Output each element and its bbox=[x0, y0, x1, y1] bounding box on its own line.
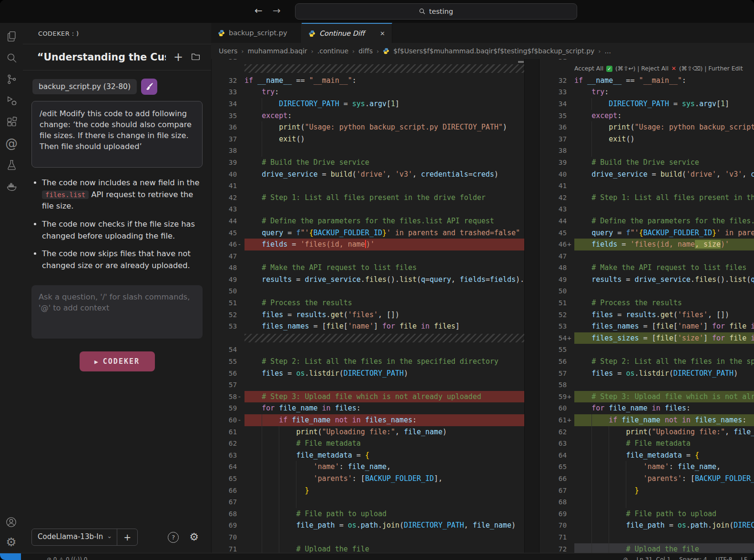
code-line[interactable]: 70 bbox=[212, 531, 525, 543]
continue-at-icon[interactable]: @ bbox=[5, 137, 18, 150]
code-line[interactable]: 65 'parents': [BACKUP_FOLDER_ID], bbox=[212, 473, 525, 485]
code-line[interactable]: 39 # Build the Drive service bbox=[212, 157, 525, 169]
code-line[interactable]: 51 # Process the results bbox=[539, 297, 754, 309]
history-folder-button[interactable] bbox=[191, 51, 201, 63]
status-item[interactable]: ⊘ bbox=[623, 554, 628, 560]
code-line[interactable]: 34 DIRECTORY_PATH = sys.argv[1] bbox=[539, 98, 754, 110]
code-line[interactable]: 56 # Step 2: List all the files in the s… bbox=[539, 356, 754, 368]
code-line[interactable]: 34 DIRECTORY_PATH = sys.argv[1] bbox=[212, 98, 525, 110]
code-line[interactable]: 60- if file_name not in files_names: bbox=[212, 414, 525, 426]
code-line[interactable]: 42 # Step 1: List all files present in t… bbox=[539, 192, 754, 204]
code-line[interactable]: 66 } bbox=[212, 485, 525, 497]
code-line[interactable]: 55 bbox=[539, 344, 754, 356]
code-line[interactable]: 41 bbox=[212, 180, 525, 192]
code-line[interactable]: 31 bbox=[539, 59, 754, 63]
code-line[interactable]: 59+ # Step 3: Upload file which is not a… bbox=[539, 391, 754, 403]
code-line[interactable]: 65 'name': file_name, bbox=[539, 461, 754, 473]
code-line[interactable]: 64 'name': file_name, bbox=[212, 461, 525, 473]
breadcrumb[interactable]: Users›muhammad.baqir›.continue›diffs›$f$… bbox=[211, 43, 754, 59]
code-line[interactable]: 48 # Make the API request to list files bbox=[212, 262, 525, 274]
remote-indicator[interactable] bbox=[0, 553, 21, 560]
code-line[interactable]: 48 # Make the API request to list files bbox=[539, 262, 754, 274]
code-line[interactable]: 46- fields = 'files(id, name)' bbox=[212, 239, 525, 250]
code-line[interactable]: 40 drive_service = build('drive', 'v3', … bbox=[212, 169, 525, 180]
status-item[interactable]: UTF-8 bbox=[715, 554, 732, 560]
further-edit-action[interactable]: Further Edit bbox=[708, 65, 743, 72]
code-line[interactable]: 53 files_names = [file['name'] for file … bbox=[212, 320, 525, 332]
sidebar-settings-gear-icon[interactable]: ⚙ bbox=[189, 532, 199, 542]
tab-backup-script-py[interactable]: backup_script.py bbox=[211, 23, 302, 43]
code-line[interactable]: 61+ if file_name not in files_names: bbox=[539, 414, 754, 426]
codeker-submit-button[interactable]: ▶ CODEKER bbox=[80, 351, 155, 371]
code-line[interactable]: 63 # File metadata bbox=[539, 438, 754, 450]
code-line[interactable]: 52 files = results.get('files', []) bbox=[539, 309, 754, 321]
code-line[interactable]: 52 files = results.get('files', []) bbox=[212, 309, 525, 321]
new-session-button[interactable]: + bbox=[173, 52, 183, 62]
context-range-chip[interactable]: backup_script.py (32-80) bbox=[32, 79, 137, 94]
account-icon[interactable] bbox=[5, 515, 18, 529]
code-line[interactable]: 58- # Step 3: Upload file which is not a… bbox=[212, 391, 525, 403]
code-line[interactable]: 70 file_path = os.path.join(DIRECTORY_PA… bbox=[539, 520, 754, 531]
code-line[interactable]: 58 bbox=[539, 379, 754, 391]
code-line[interactable]: 38 bbox=[539, 145, 754, 157]
status-item[interactable]: LF bbox=[741, 554, 747, 560]
code-line[interactable]: 62 print("Uploading file:", file_name) bbox=[539, 426, 754, 438]
code-line[interactable]: 66 'parents': [BACKUP_FOLDER_ID], bbox=[539, 473, 754, 485]
code-line[interactable]: 42 # Step 1: List all files present in t… bbox=[212, 192, 525, 204]
code-line[interactable]: 72 # Upload the file bbox=[539, 543, 754, 553]
code-line[interactable]: 61 print("Uploading file:", file_name) bbox=[212, 426, 525, 438]
code-line[interactable]: 40 drive_service = build('drive', 'v3', … bbox=[539, 169, 754, 180]
code-line[interactable]: 57 bbox=[212, 379, 525, 391]
back-icon[interactable]: ← bbox=[255, 5, 263, 16]
code-line[interactable]: 43 bbox=[539, 203, 754, 215]
code-line[interactable]: 71 bbox=[539, 531, 754, 543]
code-line[interactable]: 33 try: bbox=[212, 86, 525, 98]
tab-continue-diff[interactable]: Continue Diff✕ bbox=[302, 23, 392, 43]
code-line[interactable]: 50 bbox=[539, 285, 754, 297]
code-line[interactable]: 69 file_path = os.path.join(DIRECTORY_PA… bbox=[212, 520, 525, 531]
code-line[interactable]: 32if __name__ == "__main__": bbox=[539, 75, 754, 87]
code-line[interactable]: 46+ fields = 'files(id, name, size)' bbox=[539, 239, 754, 250]
source-control-icon[interactable] bbox=[5, 72, 18, 86]
search-icon[interactable] bbox=[5, 51, 18, 64]
code-line[interactable]: 56 files = os.listdir(DIRECTORY_PATH) bbox=[212, 368, 525, 380]
diff-pane-modified[interactable]: 31Accept All ✓ (⌘⇧↩) | Reject All ✕ (⌘⇧⌫… bbox=[539, 59, 754, 553]
code-line[interactable]: 49 results = drive_service.files().list(… bbox=[212, 274, 525, 286]
code-line[interactable]: 33 try: bbox=[539, 86, 754, 98]
code-line[interactable]: 47 bbox=[212, 250, 525, 262]
edit-brush-button[interactable] bbox=[141, 79, 157, 95]
breadcrumb-item[interactable]: Users bbox=[219, 47, 237, 55]
code-line[interactable]: 53 files_names = [file['name'] for file … bbox=[539, 320, 754, 332]
code-line[interactable]: 69 # File path to upload bbox=[539, 508, 754, 520]
docker-icon[interactable] bbox=[5, 180, 18, 193]
code-line[interactable]: 64 file_metadata = { bbox=[539, 450, 754, 461]
code-line[interactable]: 67 bbox=[212, 496, 525, 508]
code-line[interactable]: 51 # Process the results bbox=[212, 297, 525, 309]
code-line[interactable]: 55 # Step 2: List all the files in the s… bbox=[212, 356, 525, 368]
code-line[interactable]: 57 files = os.listdir(DIRECTORY_PATH) bbox=[539, 368, 754, 380]
breadcrumb-file[interactable]: $f$Users$f$muhammad.baqir$f$testing$f$ba… bbox=[393, 47, 594, 55]
code-line[interactable]: 60 for file_name in files: bbox=[539, 402, 754, 414]
accept-all-action[interactable]: Accept All bbox=[574, 65, 605, 72]
command-center-search[interactable]: testing bbox=[295, 3, 577, 20]
code-line[interactable]: 35 except: bbox=[539, 110, 754, 122]
status-item[interactable]: Ln 31, Col 1 bbox=[637, 554, 671, 560]
status-item[interactable]: Spaces: 4 bbox=[679, 554, 707, 560]
code-line[interactable]: 54 bbox=[212, 344, 525, 356]
overview-ruler[interactable] bbox=[518, 59, 525, 553]
code-line[interactable]: 37 exit() bbox=[212, 133, 525, 145]
reject-all-action[interactable]: Reject All bbox=[641, 65, 670, 72]
breadcrumb-more[interactable]: ... bbox=[605, 47, 611, 55]
code-line[interactable]: 38 bbox=[212, 145, 525, 157]
code-line[interactable]: 44 # Define the parameters for the files… bbox=[212, 215, 525, 227]
run-debug-icon[interactable] bbox=[5, 94, 18, 107]
code-line[interactable]: 36 print("Usage: python backup_script.py… bbox=[212, 121, 525, 133]
breadcrumb-item[interactable]: diffs bbox=[358, 47, 373, 55]
breadcrumb-item[interactable]: muhammad.baqir bbox=[247, 47, 307, 55]
code-line[interactable]: 49 results = drive_service.files().list(… bbox=[539, 274, 754, 286]
split-sash[interactable] bbox=[524, 59, 540, 553]
code-line[interactable]: 62 # File metadata bbox=[212, 438, 525, 450]
code-line[interactable]: 54+ files_sizes = [file['size'] for file… bbox=[539, 332, 754, 344]
code-line[interactable]: 68 bbox=[539, 496, 754, 508]
code-line[interactable]: 43 bbox=[212, 203, 525, 215]
